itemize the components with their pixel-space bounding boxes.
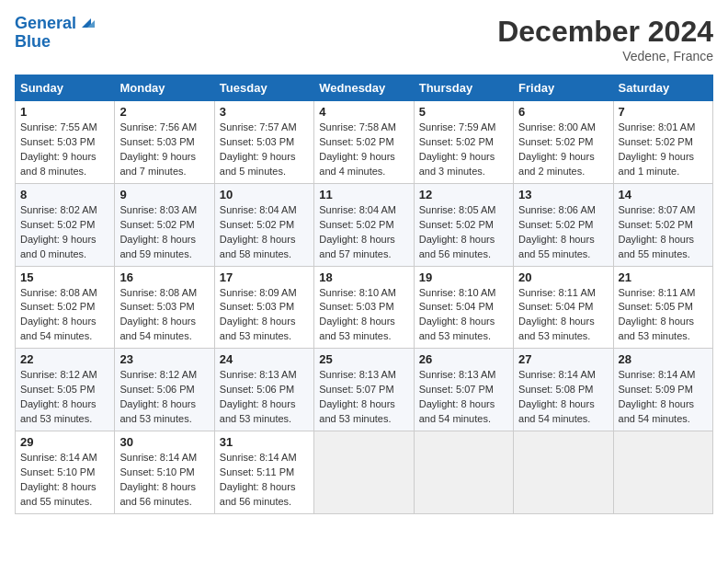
sunrise-label: Sunrise: 8:12 AM [20,369,97,380]
sunset-label: Sunset: 5:03 PM [220,136,294,147]
day-info: Sunrise: 8:14 AM Sunset: 5:09 PM Dayligh… [619,368,708,427]
daylight-label: Daylight: 8 hours and 54 minutes. [119,316,196,341]
calendar-cell: 13 Sunrise: 8:06 AM Sunset: 5:02 PM Dayl… [514,183,613,266]
sunset-label: Sunset: 5:11 PM [220,466,294,477]
day-info: Sunrise: 8:03 AM Sunset: 5:02 PM Dayligh… [119,203,209,262]
daylight-label: Daylight: 8 hours and 56 minutes. [119,481,196,507]
sunset-label: Sunset: 5:02 PM [619,219,693,230]
sunset-label: Sunset: 5:10 PM [119,466,194,477]
daylight-label: Daylight: 8 hours and 55 minutes. [518,234,595,259]
day-number: 17 [220,270,309,284]
day-number: 5 [419,105,508,119]
calendar-cell: 23 Sunrise: 8:12 AM Sunset: 5:06 PM Dayl… [115,349,214,431]
sunrise-label: Sunrise: 8:10 AM [419,287,496,298]
calendar-cell: 14 Sunrise: 8:07 AM Sunset: 5:02 PM Dayl… [613,183,712,266]
daylight-label: Daylight: 8 hours and 55 minutes. [20,481,97,507]
day-number: 1 [20,105,109,119]
sunrise-label: Sunrise: 8:08 AM [119,287,197,298]
calendar-cell: 17 Sunrise: 8:09 AM Sunset: 5:03 PM Dayl… [214,266,313,349]
daylight-label: Daylight: 8 hours and 56 minutes. [419,234,495,259]
logo-bird-icon [78,15,95,31]
sunrise-label: Sunrise: 8:08 AM [20,287,97,298]
day-info: Sunrise: 8:10 AM Sunset: 5:04 PM Dayligh… [419,286,508,345]
sunrise-label: Sunrise: 8:14 AM [220,452,297,463]
day-info: Sunrise: 8:07 AM Sunset: 5:02 PM Dayligh… [619,203,708,262]
daylight-label: Daylight: 8 hours and 53 minutes. [619,316,695,341]
day-info: Sunrise: 8:14 AM Sunset: 5:10 PM Dayligh… [20,451,109,510]
sunset-label: Sunset: 5:02 PM [419,136,494,147]
calendar-cell: 27 Sunrise: 8:14 AM Sunset: 5:08 PM Dayl… [514,349,613,431]
day-number: 16 [119,270,209,284]
calendar-cell: 3 Sunrise: 7:57 AM Sunset: 5:03 PM Dayli… [214,101,313,184]
day-number: 9 [119,188,209,201]
sunrise-label: Sunrise: 8:14 AM [20,452,97,463]
calendar-cell: 20 Sunrise: 8:11 AM Sunset: 5:04 PM Dayl… [514,266,613,349]
daylight-label: Daylight: 8 hours and 53 minutes. [319,316,395,341]
day-number: 8 [20,188,109,201]
day-number: 31 [220,435,309,449]
day-info: Sunrise: 7:58 AM Sunset: 5:02 PM Dayligh… [319,121,408,179]
day-number: 29 [20,435,109,449]
day-info: Sunrise: 8:09 AM Sunset: 5:03 PM Dayligh… [220,286,309,345]
daylight-label: Daylight: 9 hours and 2 minutes. [518,151,595,177]
calendar-cell [314,431,414,514]
daylight-label: Daylight: 8 hours and 54 minutes. [419,398,495,424]
day-info: Sunrise: 8:11 AM Sunset: 5:04 PM Dayligh… [518,286,608,345]
day-info: Sunrise: 8:13 AM Sunset: 5:06 PM Dayligh… [220,368,309,427]
sunrise-label: Sunrise: 8:14 AM [119,452,197,463]
sunrise-label: Sunrise: 7:56 AM [119,121,197,132]
calendar-week-row: 8 Sunrise: 8:02 AM Sunset: 5:02 PM Dayli… [16,183,713,266]
calendar-cell: 10 Sunrise: 8:04 AM Sunset: 5:02 PM Dayl… [214,183,313,266]
daylight-label: Daylight: 8 hours and 53 minutes. [220,316,296,341]
sunset-label: Sunset: 5:02 PM [220,219,294,230]
sunset-label: Sunset: 5:04 PM [518,301,593,312]
sunrise-label: Sunrise: 8:05 AM [419,204,496,215]
daylight-label: Daylight: 8 hours and 54 minutes. [518,398,595,424]
calendar-cell: 15 Sunrise: 8:08 AM Sunset: 5:02 PM Dayl… [16,266,115,349]
day-info: Sunrise: 8:11 AM Sunset: 5:05 PM Dayligh… [619,286,708,345]
calendar-cell [514,431,613,514]
sunset-label: Sunset: 5:03 PM [319,301,393,312]
calendar-cell: 11 Sunrise: 8:04 AM Sunset: 5:02 PM Dayl… [314,183,414,266]
daylight-label: Daylight: 8 hours and 53 minutes. [419,316,495,341]
day-number: 23 [119,352,209,366]
daylight-label: Daylight: 8 hours and 53 minutes. [20,398,97,424]
calendar-cell: 29 Sunrise: 8:14 AM Sunset: 5:10 PM Dayl… [16,431,115,514]
sunset-label: Sunset: 5:04 PM [419,301,494,312]
calendar-cell: 8 Sunrise: 8:02 AM Sunset: 5:02 PM Dayli… [16,183,115,266]
daylight-label: Daylight: 8 hours and 53 minutes. [220,398,296,424]
day-number: 25 [319,352,408,366]
sunset-label: Sunset: 5:05 PM [20,384,95,395]
day-info: Sunrise: 7:59 AM Sunset: 5:02 PM Dayligh… [419,121,508,179]
day-info: Sunrise: 8:12 AM Sunset: 5:06 PM Dayligh… [119,368,209,427]
day-number: 27 [518,352,608,366]
logo-text: General [15,15,76,33]
calendar-week-row: 29 Sunrise: 8:14 AM Sunset: 5:10 PM Dayl… [16,431,713,514]
day-info: Sunrise: 8:12 AM Sunset: 5:05 PM Dayligh… [20,368,109,427]
calendar-cell: 22 Sunrise: 8:12 AM Sunset: 5:05 PM Dayl… [16,349,115,431]
sunset-label: Sunset: 5:03 PM [119,301,194,312]
sunrise-label: Sunrise: 8:12 AM [119,369,197,380]
calendar-cell: 26 Sunrise: 8:13 AM Sunset: 5:07 PM Dayl… [414,349,513,431]
daylight-label: Daylight: 8 hours and 53 minutes. [119,398,196,424]
daylight-label: Daylight: 8 hours and 54 minutes. [20,316,97,341]
sunrise-label: Sunrise: 8:10 AM [319,287,396,298]
calendar-cell: 19 Sunrise: 8:10 AM Sunset: 5:04 PM Dayl… [414,266,513,349]
day-number: 12 [419,188,508,201]
day-info: Sunrise: 8:14 AM Sunset: 5:11 PM Dayligh… [220,451,309,510]
sunrise-label: Sunrise: 8:00 AM [518,121,596,132]
sunset-label: Sunset: 5:02 PM [20,301,95,312]
day-number: 7 [619,105,708,119]
sunset-label: Sunset: 5:02 PM [119,219,194,230]
day-info: Sunrise: 8:10 AM Sunset: 5:03 PM Dayligh… [319,286,408,345]
sunrise-label: Sunrise: 8:11 AM [619,287,696,298]
day-info: Sunrise: 8:08 AM Sunset: 5:02 PM Dayligh… [20,286,109,345]
day-number: 28 [619,352,708,366]
sunrise-label: Sunrise: 7:57 AM [220,121,297,132]
title-block: December 2024 Vedene, France [497,15,713,63]
day-info: Sunrise: 8:02 AM Sunset: 5:02 PM Dayligh… [20,203,109,262]
day-info: Sunrise: 8:13 AM Sunset: 5:07 PM Dayligh… [319,368,408,427]
day-info: Sunrise: 8:00 AM Sunset: 5:02 PM Dayligh… [518,121,608,179]
calendar-week-row: 15 Sunrise: 8:08 AM Sunset: 5:02 PM Dayl… [16,266,713,349]
day-number: 30 [119,435,209,449]
